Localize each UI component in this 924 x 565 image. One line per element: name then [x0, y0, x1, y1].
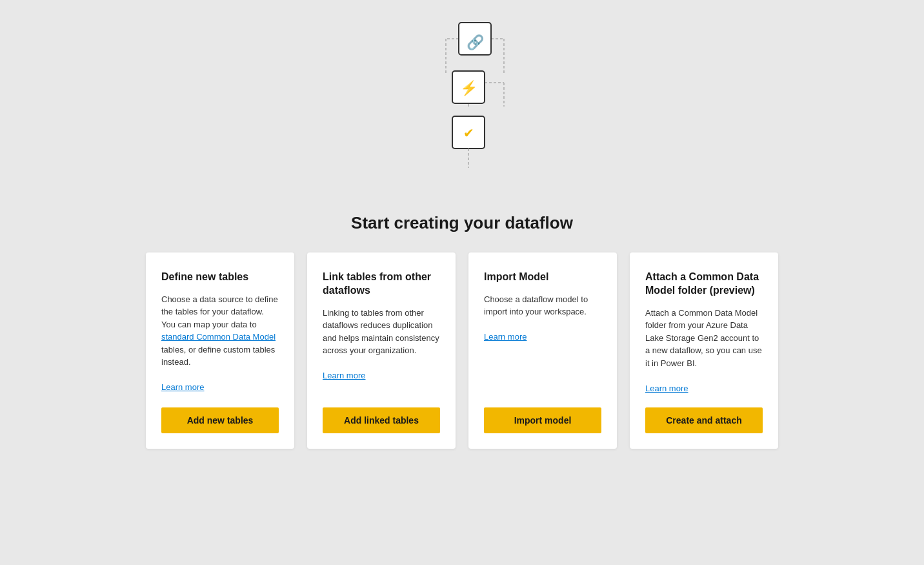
- card-3-body: Choose a dataflow model to import into y…: [484, 293, 601, 395]
- card-4-learn-more-link[interactable]: Learn more: [645, 384, 688, 393]
- page-title: Start creating your dataflow: [351, 213, 573, 233]
- card-2-body: Linking to tables from other dataflows r…: [323, 307, 440, 395]
- card-4-title: Attach a Common Data Model folder (previ…: [645, 271, 763, 298]
- standard-cdm-link[interactable]: standard Common Data Model: [161, 332, 276, 342]
- card-attach-cdm: Attach a Common Data Model folder (previ…: [630, 252, 778, 449]
- card-3-title: Import Model: [484, 271, 601, 284]
- card-2-body-text: Linking to tables from other dataflows r…: [323, 308, 439, 356]
- card-3-body-text: Choose a dataflow model to import into y…: [484, 294, 588, 317]
- add-new-tables-button[interactable]: Add new tables: [161, 407, 279, 433]
- card-4-body-text: Attach a Common Data Model folder from y…: [645, 308, 762, 368]
- card-import-model: Import Model Choose a dataflow model to …: [468, 252, 617, 449]
- create-and-attach-button[interactable]: Create and attach: [645, 407, 763, 433]
- card-1-body: Choose a data source to define the table…: [161, 293, 279, 395]
- svg-text:⚡: ⚡: [460, 79, 478, 97]
- card-2-title: Link tables from other dataflows: [323, 271, 440, 298]
- add-linked-tables-button[interactable]: Add linked tables: [323, 407, 440, 433]
- card-1-title: Define new tables: [161, 271, 279, 284]
- svg-text:🔗: 🔗: [467, 34, 485, 51]
- dataflow-diagram: 🔗 ⚡ ✔: [397, 13, 527, 194]
- card-define-new-tables: Define new tables Choose a data source t…: [146, 252, 294, 449]
- card-link-tables: Link tables from other dataflows Linking…: [307, 252, 456, 449]
- cards-container: Define new tables Choose a data source t…: [0, 252, 924, 449]
- card-1-learn-more-link[interactable]: Learn more: [161, 382, 204, 392]
- card-3-learn-more-link[interactable]: Learn more: [484, 332, 527, 342]
- import-model-button[interactable]: Import model: [484, 407, 601, 433]
- svg-text:✔: ✔: [463, 126, 474, 140]
- card-4-body: Attach a Common Data Model folder from y…: [645, 307, 763, 395]
- card-2-learn-more-link[interactable]: Learn more: [323, 371, 365, 380]
